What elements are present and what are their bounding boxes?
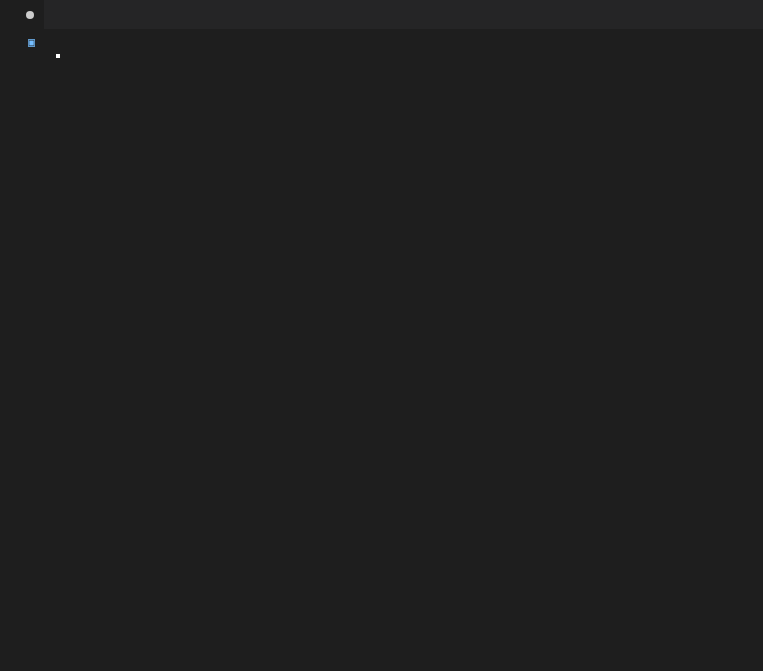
modified-indicator-icon <box>26 11 34 19</box>
editor-tabs <box>0 0 763 30</box>
line-number-gutter <box>0 54 48 671</box>
selection-highlight-box <box>56 54 60 58</box>
symbol-cube-icon: ▣ <box>28 35 35 50</box>
breadcrumb: ▣ <box>0 30 763 54</box>
editor-area[interactable] <box>0 54 763 671</box>
code-content[interactable] <box>48 54 763 671</box>
tab-nuxt-config[interactable] <box>0 0 44 29</box>
